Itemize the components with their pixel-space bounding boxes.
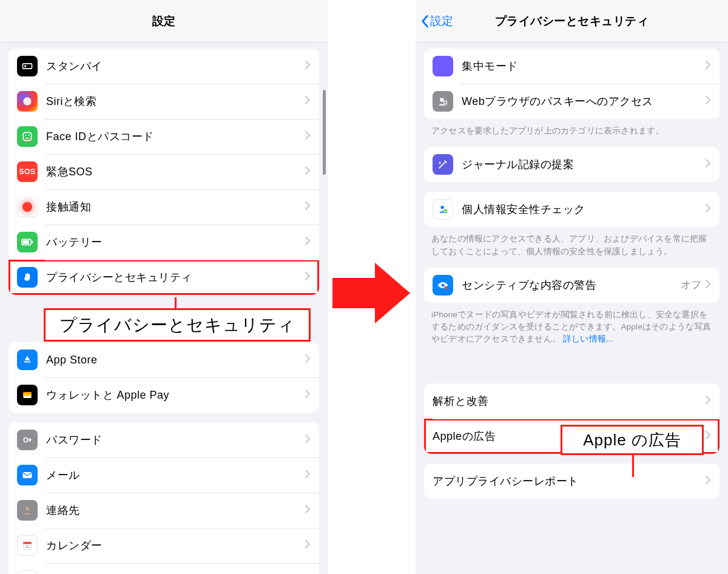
row-faceid-icon[interactable]: Face IDとパスコード — [8, 119, 319, 154]
row-passwords-icon[interactable]: パスワード — [8, 422, 319, 458]
passkey-icon — [433, 91, 453, 112]
row-item[interactable]: 解析と改善 — [424, 383, 720, 419]
svg-point-13 — [24, 438, 28, 442]
calendar-icon — [17, 535, 38, 556]
mail-icon — [17, 465, 38, 485]
chevron-right-icon — [305, 60, 311, 72]
row-contacts-icon[interactable]: 連絡先 — [8, 493, 319, 528]
scrollbar-indicator[interactable] — [323, 90, 326, 175]
chevron-right-icon — [705, 279, 711, 291]
chevron-right-icon — [305, 354, 311, 366]
row-safety-icon[interactable]: 個人情報安全性チェック — [424, 192, 720, 227]
row-eye-icon[interactable]: センシティブな内容の警告オフ — [424, 268, 720, 303]
row-label: 集中モード — [462, 59, 705, 73]
row-label: 緊急SOS — [46, 164, 305, 179]
row-label: Webブラウザのパスキーへのアクセス — [462, 94, 705, 109]
nav-title-privacy: プライバシーとセキュリティ — [495, 13, 649, 29]
privacy-icon — [17, 267, 38, 288]
svg-point-25 — [444, 101, 447, 104]
svg-rect-11 — [23, 392, 31, 394]
svg-point-26 — [441, 206, 444, 209]
svg-point-28 — [442, 283, 445, 286]
row-item[interactable]: アプリプライバシーレポート — [424, 464, 720, 499]
callout-apple-ads: Apple の広告 — [561, 425, 704, 455]
svg-rect-17 — [23, 542, 31, 544]
chevron-right-icon — [705, 95, 711, 107]
row-label: ウォレットと Apple Pay — [46, 388, 305, 402]
chevron-left-icon — [420, 15, 429, 28]
chevron-right-icon — [305, 236, 311, 248]
settings-group-3: パスワードメール連絡先カレンダーメモ — [8, 422, 319, 574]
notes-icon — [17, 570, 38, 574]
chevron-right-icon — [305, 130, 311, 143]
standby-icon — [17, 56, 38, 76]
callout-privacy-security: プライバシーとセキュリティ — [44, 308, 311, 342]
row-moon-icon[interactable]: 集中モード — [424, 49, 720, 84]
wallet-icon — [17, 385, 38, 405]
nav-bar-left: 設定 — [0, 0, 328, 42]
sensitive-footer: iPhoneでヌードの写真やビデオが閲覧される前に検出し、安全な選択をするための… — [431, 309, 712, 346]
sensitive-group: センシティブな内容の警告オフ — [424, 268, 720, 303]
report-group: アプリプライバシーレポート — [424, 464, 720, 499]
row-label: 連絡先 — [46, 503, 305, 518]
chevron-right-icon — [305, 389, 311, 401]
row-battery-icon[interactable]: バッテリー — [8, 225, 319, 260]
row-sos-icon[interactable]: SOS緊急SOS — [8, 154, 319, 189]
journal-group: ジャーナル記録の提案 — [424, 147, 720, 182]
chevron-right-icon — [305, 95, 311, 107]
sos-icon: SOS — [17, 161, 38, 182]
row-appstore-icon[interactable]: App Store — [8, 342, 319, 377]
faceid-icon — [17, 126, 38, 147]
svg-rect-12 — [23, 394, 31, 396]
row-notes-icon[interactable]: メモ — [8, 563, 319, 574]
chevron-right-icon — [305, 504, 311, 516]
wand-icon — [433, 154, 453, 175]
svg-point-4 — [25, 135, 27, 136]
settings-group-1: スタンバイSiriと検索Face IDとパスコードSOS緊急SOS接触通知バッテ… — [8, 49, 319, 295]
row-label: 解析と改善 — [433, 394, 705, 408]
safety-footer: あなたの情報にアクセスできる人、アプリ、およびデバイスを常に把握しておくことによ… — [431, 233, 712, 258]
top-group-footer: アクセスを要求したアプリが上のカテゴリに表示されます。 — [431, 125, 712, 137]
row-mail-icon[interactable]: メール — [8, 458, 319, 493]
eye-icon — [433, 275, 453, 295]
row-calendar-icon[interactable]: カレンダー — [8, 528, 319, 563]
svg-rect-14 — [23, 472, 32, 478]
row-wand-icon[interactable]: ジャーナル記録の提案 — [424, 147, 720, 182]
chevron-right-icon — [705, 158, 711, 171]
row-wallet-icon[interactable]: ウォレットと Apple Pay — [8, 377, 319, 413]
row-label: メール — [46, 468, 305, 482]
safety-icon — [433, 199, 453, 220]
chevron-right-icon — [305, 469, 311, 481]
row-label: バッテリー — [46, 235, 305, 249]
chevron-right-icon — [705, 475, 711, 487]
connector-line-right — [632, 455, 634, 477]
safety-group: 個人情報安全性チェック — [424, 192, 720, 227]
svg-rect-0 — [23, 64, 32, 69]
passwords-icon — [17, 430, 38, 450]
row-detail: オフ — [681, 278, 701, 292]
row-passkey-icon[interactable]: Webブラウザのパスキーへのアクセス — [424, 84, 720, 119]
tutorial-arrow — [332, 260, 411, 326]
row-privacy-icon[interactable]: プライバシーとセキュリティ — [8, 260, 319, 295]
row-label: 接触通知 — [46, 200, 305, 214]
row-label: カレンダー — [46, 538, 305, 553]
more-info-link[interactable]: 詳しい情報... — [563, 334, 613, 343]
chevron-right-icon — [305, 166, 311, 178]
row-standby-icon[interactable]: スタンバイ — [8, 49, 319, 84]
row-exposure-icon[interactable]: 接触通知 — [8, 189, 319, 225]
chevron-right-icon — [705, 430, 711, 442]
exposure-icon — [17, 197, 38, 217]
row-label: パスワード — [46, 433, 305, 447]
row-label: センシティブな内容の警告 — [462, 278, 681, 292]
chevron-right-icon — [305, 271, 311, 283]
chevron-right-icon — [305, 201, 311, 213]
row-label: プライバシーとセキュリティ — [46, 270, 305, 285]
row-siri-icon[interactable]: Siriと検索 — [8, 84, 319, 119]
svg-point-24 — [440, 98, 444, 102]
chevron-right-icon — [705, 203, 711, 215]
moon-icon — [433, 56, 453, 76]
chevron-right-icon — [705, 60, 711, 72]
back-button[interactable]: 設定 — [420, 0, 453, 42]
row-label: Siriと検索 — [46, 94, 305, 109]
svg-point-5 — [29, 135, 30, 136]
